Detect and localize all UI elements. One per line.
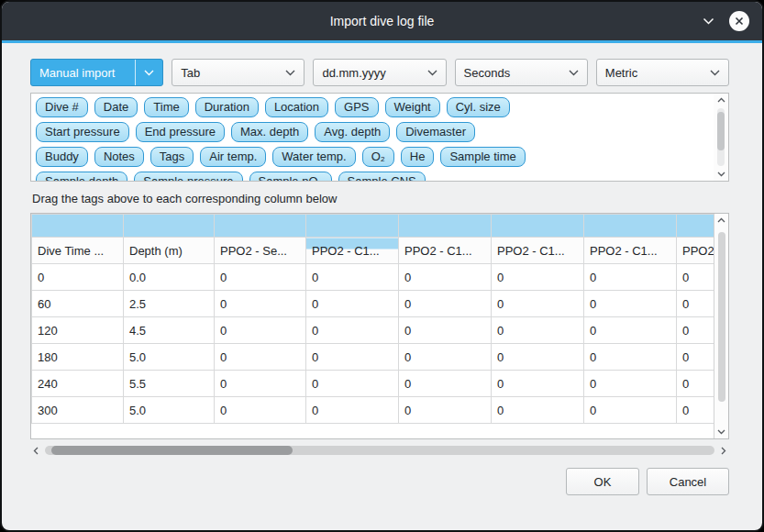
chevron-down-icon[interactable] (703, 17, 714, 25)
tag-dive[interactable]: Dive # (36, 97, 88, 117)
drop-target-cell[interactable] (215, 215, 306, 238)
tag-row: Start pressureEnd pressureMax. depthAvg.… (36, 122, 710, 142)
preview-table: Dive Time ...Depth (m)PPO2 - Se...PPO2 -… (31, 214, 714, 424)
drag-instruction-label: Drag the tags above to each correspondin… (32, 191, 337, 207)
hscroll-track[interactable] (45, 446, 714, 455)
table-cell: 60 (32, 291, 124, 317)
tag-start-pressure[interactable]: Start pressure (36, 122, 129, 142)
table-cell: 180 (32, 344, 124, 371)
tag-row: BuddyNotesTagsAir temp.Water temp.O₂HeSa… (36, 147, 710, 167)
table-cell: 0 (584, 264, 677, 291)
table-vscroll-thumb[interactable] (718, 232, 725, 402)
tag-row: Sample depthSample pressureSample pO₂Sam… (36, 172, 710, 182)
table-cell: 0 (677, 264, 714, 291)
drop-target-cell[interactable] (584, 215, 677, 238)
scroll-down-icon[interactable] (714, 172, 728, 177)
tag-sample-time[interactable]: Sample time (440, 147, 525, 167)
tag-buddy[interactable]: Buddy (36, 147, 88, 167)
field-separator-select[interactable]: Tab (172, 59, 304, 86)
window-title: Import dive log file (330, 14, 435, 28)
table-cell: 0 (399, 264, 492, 291)
tag-time[interactable]: Time (144, 97, 188, 117)
drop-target-cell[interactable] (306, 215, 399, 238)
scroll-up-icon[interactable] (714, 217, 728, 223)
column-header: PPO2 - C1... (584, 238, 677, 264)
column-header: PPO2 - C1... (399, 238, 492, 264)
tag-water-temp[interactable]: Water temp. (272, 147, 355, 167)
tag-weight[interactable]: Weight (385, 97, 440, 117)
tag-pool-scroll-track[interactable] (717, 108, 725, 166)
tag-sample-cns[interactable]: Sample CNS (338, 172, 426, 182)
chevron-down-icon (569, 60, 579, 85)
time-format-select[interactable]: Seconds (455, 59, 588, 86)
table-cell: 0 (399, 291, 492, 317)
tag-o[interactable]: O₂ (362, 147, 394, 167)
tag-max-depth[interactable]: Max. depth (231, 122, 308, 142)
field-separator-value: Tab (181, 66, 280, 80)
tag-gps[interactable]: GPS (335, 97, 378, 117)
units-select[interactable]: Metric (596, 59, 729, 86)
close-button[interactable] (729, 11, 749, 31)
titlebar[interactable]: Import dive log file (2, 2, 762, 40)
table-cell: 5.5 (124, 371, 215, 397)
table-cell: 0 (399, 371, 492, 397)
tag-pool-rows: Dive #DateTimeDurationLocationGPSWeightC… (36, 97, 710, 182)
table-row: 1204.5000000 (32, 317, 714, 344)
tag-air-temp[interactable]: Air temp. (200, 147, 266, 167)
chevron-down-icon (135, 60, 154, 85)
table-cell: 0 (215, 264, 306, 291)
tag-date[interactable]: Date (94, 97, 138, 117)
tag-notes[interactable]: Notes (94, 147, 144, 167)
ok-button[interactable]: OK (566, 468, 639, 495)
table-cell: 0 (584, 397, 677, 424)
scroll-down-icon[interactable] (714, 429, 728, 435)
table-cell: 0 (677, 371, 714, 397)
import-mode-value: Manual import (39, 66, 127, 80)
table-row: 2405.5000000 (32, 371, 714, 397)
table-cell: 0 (584, 371, 677, 397)
tag-he[interactable]: He (401, 147, 435, 167)
drop-target-cell[interactable] (124, 215, 215, 238)
tag-location[interactable]: Location (265, 97, 328, 117)
tag-duration[interactable]: Duration (195, 97, 259, 117)
scroll-left-icon[interactable] (30, 447, 41, 455)
table-row: 3005.0000000 (32, 397, 714, 424)
drop-target-cell[interactable] (399, 215, 492, 238)
tag-tags[interactable]: Tags (150, 147, 194, 167)
drop-target-row (32, 215, 714, 238)
drop-target-cell[interactable] (492, 215, 584, 238)
tag-sample-depth[interactable]: Sample depth (36, 172, 127, 182)
tag-avg-depth[interactable]: Avg. depth (315, 122, 390, 142)
import-mode-select[interactable]: Manual import (30, 59, 163, 86)
column-header: PPO2 - C1... (306, 238, 399, 264)
table-cell: 0 (306, 397, 399, 424)
column-header: PPO2 - C1... (492, 238, 584, 264)
table-header-row: Dive Time ...Depth (m)PPO2 - Se...PPO2 -… (32, 238, 714, 264)
table-cell: 0 (492, 371, 584, 397)
date-format-value: dd.mm.yyyy (322, 66, 421, 80)
chevron-down-icon (427, 60, 437, 85)
preview-table-area: Dive Time ...Depth (m)PPO2 - Se...PPO2 -… (30, 213, 729, 439)
tag-sample-po[interactable]: Sample pO₂ (249, 172, 332, 182)
drop-target-cell[interactable] (32, 215, 124, 238)
table-cell: 0 (306, 291, 399, 317)
date-format-select[interactable]: dd.mm.yyyy (313, 59, 446, 86)
tag-divemaster[interactable]: Divemaster (396, 122, 475, 142)
tag-pool-scrollbar[interactable] (714, 94, 728, 181)
time-format-value: Seconds (464, 66, 563, 80)
table-cell: 0 (399, 344, 492, 371)
tag-cyl-size[interactable]: Cyl. size (447, 97, 510, 117)
table-vertical-scrollbar[interactable] (714, 214, 728, 438)
hscroll-thumb[interactable] (51, 446, 293, 455)
tag-sample-pressure[interactable]: Sample pressure (134, 172, 242, 182)
tag-end-pressure[interactable]: End pressure (136, 122, 225, 142)
scroll-up-icon[interactable] (714, 97, 728, 103)
table-cell: 0 (492, 397, 584, 424)
cancel-button[interactable]: Cancel (647, 468, 729, 495)
table-horizontal-scrollbar[interactable] (30, 443, 729, 458)
table-cell: 0 (492, 317, 584, 344)
table-cell: 0 (215, 371, 306, 397)
drop-target-cell[interactable] (677, 215, 714, 238)
tag-pool-scroll-thumb[interactable] (717, 112, 725, 150)
scroll-right-icon[interactable] (718, 447, 729, 455)
